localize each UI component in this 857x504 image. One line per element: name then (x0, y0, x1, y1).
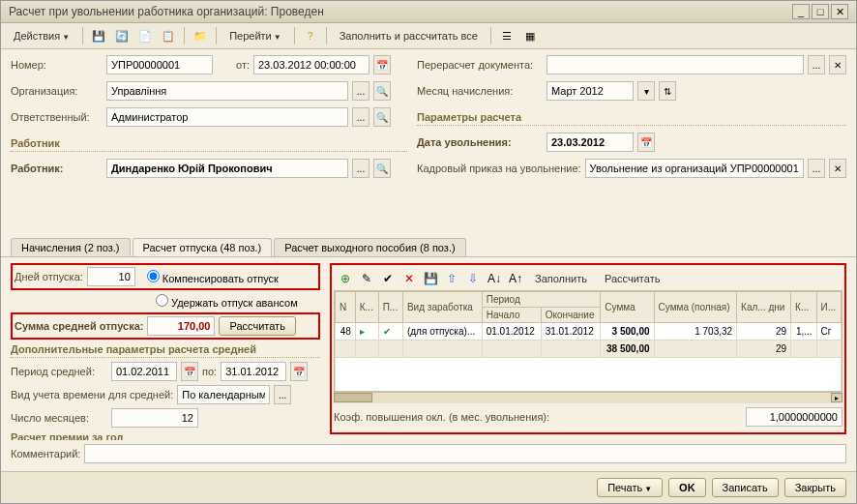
col-vid[interactable]: Вид заработка (402, 292, 482, 323)
horizontal-scrollbar[interactable]: ▸ (334, 392, 842, 403)
col-k[interactable]: К... (355, 292, 378, 323)
col-n[interactable]: N (336, 292, 356, 323)
dropdown-icon[interactable]: ▾ (637, 81, 655, 101)
sort-desc-icon[interactable]: A↑ (507, 270, 524, 287)
total-row: 38 500,00 29 (336, 341, 842, 358)
period-from-input[interactable] (111, 362, 177, 381)
month-input[interactable] (547, 81, 634, 101)
print-button[interactable]: Печать▼ (597, 478, 663, 497)
minimize-button[interactable]: _ (792, 4, 810, 19)
col-cal[interactable]: Кал... дни (737, 292, 791, 323)
order-input[interactable] (585, 159, 804, 178)
from-label: от: (236, 59, 250, 71)
org-input[interactable] (106, 81, 348, 101)
spinner-icon[interactable]: ⇅ (659, 81, 676, 101)
close-button[interactable]: ✕ (831, 4, 848, 19)
clear-icon[interactable]: ✕ (829, 55, 846, 74)
ok-button[interactable]: OK (668, 478, 706, 497)
calendar-icon[interactable]: 📅 (373, 55, 391, 74)
months-input[interactable] (111, 408, 198, 428)
select-icon[interactable]: ... (808, 159, 825, 178)
days-input[interactable] (87, 267, 135, 286)
data-grid[interactable]: N К... П... Вид заработка Период Сумма С… (334, 290, 842, 392)
close-button[interactable]: Закрыть (784, 478, 846, 497)
maximize-button[interactable]: □ (812, 4, 829, 19)
params-header: Параметры расчета (417, 111, 846, 126)
open-icon[interactable]: 🔍 (373, 81, 391, 101)
days-label: Дней отпуска: (15, 271, 83, 282)
number-label: Номер: (11, 59, 103, 71)
time-type-label: Вид учета времени для средней: (11, 389, 173, 400)
worker-input[interactable] (106, 159, 348, 178)
copy-icon[interactable]: 📋 (159, 26, 178, 45)
save-icon[interactable]: 💾 (89, 26, 108, 45)
calc-link[interactable]: Рассчитать (598, 270, 666, 287)
resp-input[interactable] (106, 107, 348, 127)
col-i[interactable]: И... (816, 292, 841, 323)
window-title: Расчет при увольнении работника организа… (9, 5, 792, 18)
open-icon[interactable]: 🔍 (373, 107, 391, 127)
to-label: по: (202, 366, 217, 377)
col-end[interactable]: Окончание (541, 308, 601, 323)
select-icon[interactable]: ... (352, 159, 369, 178)
up-icon[interactable]: ⇧ (443, 270, 460, 287)
calc-button[interactable]: Рассчитать (219, 316, 295, 336)
period-to-input[interactable] (221, 362, 286, 381)
down-icon[interactable]: ⇩ (464, 270, 482, 287)
flag-icon: ▸ (360, 326, 365, 337)
nav-icon[interactable]: 📁 (191, 26, 210, 45)
clear-icon[interactable]: ✕ (829, 159, 846, 178)
select-icon[interactable]: ... (808, 55, 825, 74)
calendar-icon[interactable]: 📅 (637, 133, 655, 152)
goto-menu[interactable]: Перейти▼ (222, 27, 288, 44)
number-input[interactable] (106, 55, 213, 74)
avg-input[interactable] (147, 316, 215, 336)
save-button[interactable]: Записать (712, 478, 779, 497)
col-k2[interactable]: К... (791, 292, 817, 323)
hold-radio[interactable]: Удержать отпуск авансом (156, 294, 298, 309)
comment-input[interactable] (84, 444, 846, 463)
avg-label: Сумма средней отпуска: (15, 320, 143, 332)
actions-menu[interactable]: Действия▼ (7, 27, 76, 44)
coef-label: Коэф. повышения окл. (в мес. увольнения)… (334, 411, 549, 423)
recalc-label: Перерасчет документа: (417, 59, 543, 71)
recalc-input[interactable] (547, 55, 804, 74)
select-icon[interactable]: ... (352, 107, 369, 127)
worker-header: Работник (11, 137, 407, 152)
col-start[interactable]: Начало (482, 308, 541, 323)
edit-icon[interactable]: ✎ (358, 270, 375, 287)
help-icon[interactable]: ? (301, 26, 320, 45)
calendar-icon[interactable]: 📅 (290, 362, 308, 381)
titlebar: Расчет при увольнении работника организа… (1, 1, 856, 23)
fill-calc-button[interactable]: Заполнить и рассчитать все (333, 27, 485, 44)
calendar-icon[interactable]: 📅 (181, 362, 198, 381)
tab-vacation[interactable]: Расчет отпуска (48 поз.) (133, 238, 273, 256)
fill-link[interactable]: Заполнить (528, 270, 594, 287)
refresh-icon[interactable]: 🔄 (112, 26, 132, 45)
select-icon[interactable]: ... (274, 385, 291, 404)
doc-icon[interactable]: 📄 (135, 26, 155, 45)
add-icon[interactable]: ⊕ (337, 270, 354, 287)
comment-label: Комментарий: (11, 448, 80, 460)
delete-icon[interactable]: ✕ (400, 270, 418, 287)
sort-asc-icon[interactable]: A↓ (486, 270, 503, 287)
save-icon[interactable]: 💾 (422, 270, 439, 287)
open-icon[interactable]: 🔍 (373, 159, 391, 178)
grid-toolbar: ⊕ ✎ ✔ ✕ 💾 ⇧ ⇩ A↓ A↑ Заполнить Рассчитать (334, 267, 842, 290)
date-input[interactable] (253, 55, 369, 74)
col-period[interactable]: Период (482, 292, 601, 308)
col-sum-full[interactable]: Сумма (полная) (654, 292, 737, 323)
compensate-radio[interactable]: Компенсировать отпуск (147, 270, 279, 284)
select-icon[interactable]: ... (352, 81, 369, 101)
list-icon[interactable]: ☰ (497, 26, 517, 45)
col-p[interactable]: П... (378, 292, 402, 323)
coef-input[interactable] (746, 407, 842, 427)
grid-icon[interactable]: ▦ (520, 26, 540, 45)
tab-accruals[interactable]: Начисления (2 поз.) (11, 238, 131, 256)
table-row[interactable]: 48 ▸ ✔ (для отпуска)... 01.01.2012 31.01… (336, 323, 842, 341)
time-type-input[interactable] (177, 385, 270, 404)
check-icon[interactable]: ✔ (379, 270, 397, 287)
col-sum[interactable]: Сумма (601, 292, 654, 323)
dismiss-date-input[interactable] (547, 133, 634, 152)
tab-severance[interactable]: Расчет выходного пособия (8 поз.) (274, 238, 465, 256)
